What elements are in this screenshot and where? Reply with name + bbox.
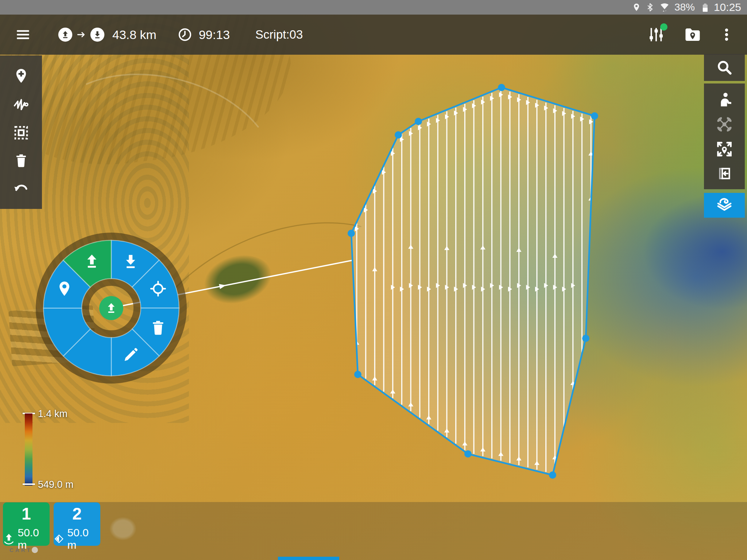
overflow-menu-button[interactable] [719,27,734,42]
delete-button[interactable] [13,153,29,168]
zoom-to-mission-button[interactable] [716,140,733,158]
parameters-button[interactable] [648,26,665,43]
bottom-overlay-band [0,502,747,560]
elevation-profile-button[interactable] [13,96,30,113]
waypoint-radial-menu[interactable] [40,237,183,380]
survey-vertex-handle[interactable] [498,84,505,91]
survey-vertex-handle[interactable] [348,230,355,237]
drone-icon [716,116,733,133]
select-area-button[interactable] [13,125,29,140]
mission-planner-screen: 38% 10:25 43.8 km 99:13 Script:03 [0,0,747,560]
elevation-max-label: 1.4 km [38,408,67,420]
search-icon [716,59,733,76]
collapse-panel-button[interactable] [716,166,732,182]
waypoint-cards: 1 50.0 m 2 50.0 m [3,502,100,546]
route-distance-widget[interactable]: 43.8 km [58,27,156,42]
search-button[interactable] [716,59,733,76]
map-tools-panel [704,83,745,189]
survey-vertex-handle[interactable] [464,450,472,458]
collapse-icon [716,166,732,182]
parameters-status-dot [660,23,667,31]
android-status-bar: 38% 10:25 [0,0,747,15]
elevation-min-label: 549.0 m [38,479,74,490]
zoom-fit-icon [716,140,733,158]
operator-icon [716,91,733,108]
waypoint-number: 2 [72,505,82,522]
select-area-icon [13,125,29,140]
survey-area[interactable] [348,84,598,479]
survey-vertex-handle[interactable] [549,471,556,479]
location-icon [632,3,641,12]
trash-icon [13,153,29,168]
mission-time-widget[interactable]: 99:13 [178,27,230,42]
drone-location-button[interactable] [716,116,733,133]
layers-panel [704,193,745,218]
operator-location-button[interactable] [716,91,733,108]
mission-time-value: 99:13 [199,28,230,42]
elevation-legend: 1.4 km 549.0 m [23,408,117,493]
carto-letters: CART [9,547,32,553]
survey-vertex-handle[interactable] [415,118,422,125]
menu-button[interactable] [15,27,31,42]
battery-icon [699,2,709,12]
bottom-panel-peek[interactable] [278,557,339,560]
elevation-gradient-bar [25,413,32,486]
mission-folder-button[interactable] [684,26,702,44]
waypoint-altitude: 50.0 m [67,526,100,551]
undo-icon [13,180,29,197]
script-label[interactable]: Script:03 [255,28,303,42]
arrow-right-icon [77,30,86,39]
survey-vertex-handle[interactable] [582,335,589,342]
clock-icon [178,27,192,42]
clock-time: 10:25 [714,2,741,13]
survey-vertex-handle[interactable] [591,112,598,120]
waypoint-number: 1 [22,505,31,522]
bluetooth-icon [645,3,655,12]
layers-icon [716,197,733,214]
battery-percent: 38% [674,2,695,12]
map-attribution: CART [9,547,38,553]
land-icon [90,27,105,42]
undo-button[interactable] [13,180,29,197]
overflow-menu-icon [719,27,734,42]
pin-plus-icon [13,68,29,84]
segment-width-icon [54,533,65,544]
survey-vertex-handle[interactable] [354,371,361,378]
survey-vertex-handle[interactable] [395,131,402,139]
wifi-icon [659,2,670,13]
carto-o-circle [32,547,38,553]
waypoint-card-1[interactable]: 1 50.0 m [3,502,50,546]
survey-area-polygon[interactable] [351,88,595,475]
mission-folder-icon [684,26,702,44]
elevation-min-tick [23,483,35,485]
app-toolbar: 43.8 km 99:13 Script:03 [0,15,747,55]
route-profile-icon [13,96,30,113]
hamburger-icon [15,27,31,42]
waypoint-card-2[interactable]: 2 50.0 m [54,502,100,546]
takeoff-icon [58,27,73,42]
layers-button[interactable] [716,197,733,214]
edit-toolbar [0,55,42,209]
takeoff-icon [3,533,15,545]
search-panel [704,54,745,81]
add-waypoint-button[interactable] [13,68,29,84]
route-distance-value: 43.8 km [112,28,156,42]
